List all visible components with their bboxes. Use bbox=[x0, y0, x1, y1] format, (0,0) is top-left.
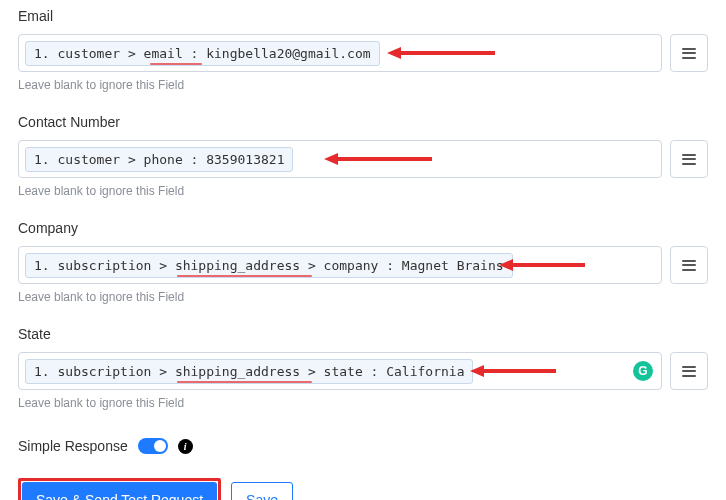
simple-response-label: Simple Response bbox=[18, 438, 128, 454]
actions-row: Save & Send Test Request Save bbox=[18, 478, 708, 500]
helper-text: Leave blank to ignore this Field bbox=[18, 290, 708, 304]
field-token[interactable]: 1. subscription > shipping_address > com… bbox=[25, 253, 513, 278]
info-icon[interactable]: i bbox=[178, 439, 193, 454]
save-send-test-button[interactable]: Save & Send Test Request bbox=[22, 482, 217, 500]
helper-text: Leave blank to ignore this Field bbox=[18, 184, 708, 198]
field-label: Email bbox=[18, 8, 708, 24]
field-menu-button[interactable] bbox=[670, 34, 708, 72]
menu-icon bbox=[682, 154, 696, 165]
token-input-email[interactable]: 1. customer > email : kingbella20@gmail.… bbox=[18, 34, 662, 72]
menu-icon bbox=[682, 48, 696, 59]
toggle-knob bbox=[154, 440, 166, 452]
helper-text: Leave blank to ignore this Field bbox=[18, 78, 708, 92]
field-row: 1. subscription > shipping_address > com… bbox=[18, 246, 708, 284]
field-token[interactable]: 1. subscription > shipping_address > sta… bbox=[25, 359, 473, 384]
grammarly-icon[interactable]: G bbox=[633, 361, 653, 381]
field-label: Company bbox=[18, 220, 708, 236]
token-input-company[interactable]: 1. subscription > shipping_address > com… bbox=[18, 246, 662, 284]
field-token[interactable]: 1. customer > email : kingbella20@gmail.… bbox=[25, 41, 380, 66]
highlight-box: Save & Send Test Request bbox=[18, 478, 221, 500]
field-row: 1. customer > phone : 8359013821 bbox=[18, 140, 708, 178]
field-group-contact: Contact Number 1. customer > phone : 835… bbox=[18, 114, 708, 198]
field-label: Contact Number bbox=[18, 114, 708, 130]
menu-icon bbox=[682, 260, 696, 271]
field-group-state: State 1. subscription > shipping_address… bbox=[18, 326, 708, 410]
save-button[interactable]: Save bbox=[231, 482, 293, 500]
field-group-company: Company 1. subscription > shipping_addre… bbox=[18, 220, 708, 304]
field-menu-button[interactable] bbox=[670, 352, 708, 390]
field-menu-button[interactable] bbox=[670, 246, 708, 284]
token-input-contact[interactable]: 1. customer > phone : 8359013821 bbox=[18, 140, 662, 178]
field-row: 1. subscription > shipping_address > sta… bbox=[18, 352, 708, 390]
field-row: 1. customer > email : kingbella20@gmail.… bbox=[18, 34, 708, 72]
field-token[interactable]: 1. customer > phone : 8359013821 bbox=[25, 147, 293, 172]
token-input-state[interactable]: 1. subscription > shipping_address > sta… bbox=[18, 352, 662, 390]
field-label: State bbox=[18, 326, 708, 342]
simple-response-row: Simple Response i bbox=[18, 438, 708, 454]
field-menu-button[interactable] bbox=[670, 140, 708, 178]
simple-response-toggle[interactable] bbox=[138, 438, 168, 454]
menu-icon bbox=[682, 366, 696, 377]
field-group-email: Email 1. customer > email : kingbella20@… bbox=[18, 8, 708, 92]
helper-text: Leave blank to ignore this Field bbox=[18, 396, 708, 410]
